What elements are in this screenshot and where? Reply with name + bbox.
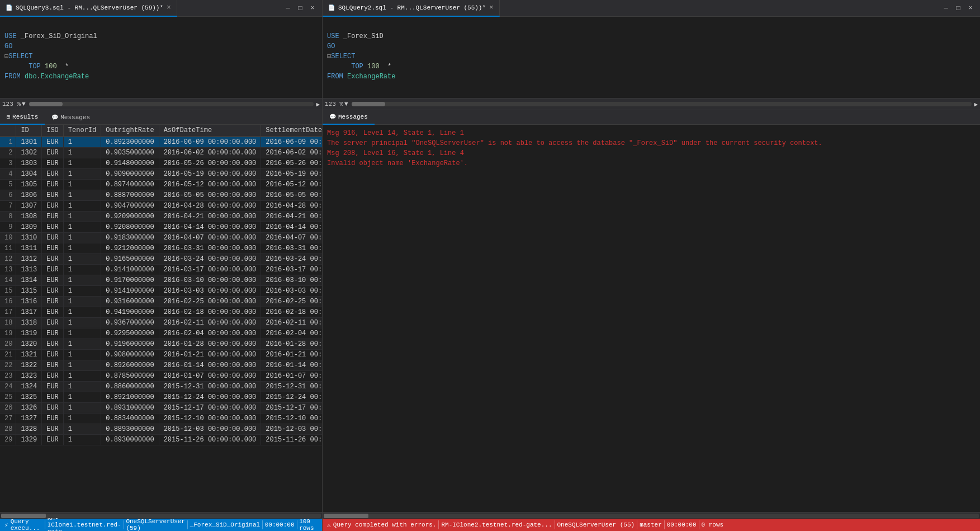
table-row[interactable]: 61306EUR10.88870000002016-05-05 00:00:00… [0,190,322,201]
left-tab-icon: 📄 [6,4,12,11]
table-row[interactable]: 241324EUR10.88600000002015-12-31 00:00:0… [0,382,322,392]
table-row[interactable]: 41304EUR10.90900000002016-05-19 00:00:00… [0,169,322,180]
table-row[interactable]: 221322EUR10.89260000002016-01-14 00:00:0… [0,360,322,371]
table-row[interactable]: 111311EUR10.92120000002016-03-31 00:00:0… [0,243,322,254]
cell-outrightrate: 0.9165000000 [101,254,159,265]
table-row[interactable]: 81308EUR10.92090000002016-04-21 00:00:00… [0,212,322,222]
right-bottom-track[interactable] [324,514,979,518]
col-outrightrate[interactable]: OutrightRate [101,125,159,137]
cell-iso: EUR [42,190,64,201]
table-row[interactable]: 21302EUR10.90350000002016-06-02 00:00:00… [0,148,322,158]
cell-tenorid: 1 [63,371,101,382]
left-close-btn[interactable]: × [307,3,318,13]
right-zoom-dropdown[interactable]: ▼ [344,101,348,107]
table-row[interactable]: 141314EUR10.91700000002016-03-10 00:00:0… [0,275,322,286]
right-tab-close[interactable]: × [489,3,494,12]
left-restore-btn[interactable]: □ [295,3,305,13]
message-line: Msg 916, Level 14, State 1, Line 1 [327,128,976,138]
col-tenorid[interactable]: TenorId [63,125,101,137]
table-row[interactable]: 201320EUR10.91960000002016-01-28 00:00:0… [0,339,322,350]
table-row[interactable]: 271327EUR10.88340000002015-12-10 00:00:0… [0,413,322,424]
left-tab-close[interactable]: × [167,3,171,12]
right-hscroll-track[interactable] [352,102,972,106]
left-scroll-row: 123 % ▼ ▶ [0,98,322,110]
status-div-5 [297,520,297,529]
cell-outrightrate: 0.8926000000 [101,360,159,371]
table-row[interactable]: 211321EUR10.90800000002016-01-21 00:00:0… [0,350,322,360]
cell-id: 1312 [16,254,42,265]
table-row[interactable]: 121312EUR10.91650000002016-03-24 00:00:0… [0,254,322,265]
table-row[interactable]: 161316EUR10.93160000002016-02-25 00:00:0… [0,297,322,307]
left-status-bar: ⚡ Query execu... RM-IClone1.testnet.red-… [0,519,322,531]
table-row[interactable]: 291329EUR10.89300000002015-11-26 00:00:0… [0,435,322,445]
cell-settlementdate: 2016-05-05 00:00:0 [261,190,322,201]
cell-asofdatetime: 2015-12-17 00:00:00.000 [159,403,261,413]
table-row[interactable]: 11301EUR10.89230000002016-06-09 00:00:00… [0,137,322,148]
cell-settlementdate: 2016-01-28 00:00:0 [261,339,322,350]
col-asofdatetime[interactable]: AsOfDateTime [159,125,261,137]
cell-settlementdate: 2016-02-11 00:00:0 [261,318,322,328]
cell-asofdatetime: 2016-06-02 00:00:00.000 [159,148,261,158]
left-tab-active[interactable]: 📄 SQLQuery3.sql - RM...QLServerUser (59)… [0,0,177,17]
left-editor-scroll: USE _Forex_SiD_Original GO ⊟SELECT TOP 1… [0,19,322,96]
right-scroll-right[interactable]: ▶ [974,101,978,108]
table-row[interactable]: 281328EUR10.88930000002015-12-03 00:00:0… [0,424,322,435]
col-iso[interactable]: ISO [42,125,64,137]
right-bottom-scroll[interactable] [323,512,980,519]
right-zoom[interactable]: 123 % [325,101,343,107]
table-row[interactable]: 131313EUR10.91410000002016-03-17 00:00:0… [0,265,322,275]
right-line-2: USE _Forex_SiD [327,31,976,41]
table-row[interactable]: 261326EUR10.89310000002015-12-17 00:00:0… [0,403,322,413]
cell-id: 1329 [16,435,42,445]
cell-id: 1322 [16,360,42,371]
table-row[interactable]: 171317EUR10.94190000002016-02-18 00:00:0… [0,307,322,318]
cell-asofdatetime: 2015-12-24 00:00:00.000 [159,392,261,403]
table-row[interactable]: 181318EUR10.93670000002016-02-11 00:00:0… [0,318,322,328]
left-table-container[interactable]: ID ISO TenorId OutrightRate AsOfDateTime… [0,125,322,512]
cell-settlementdate: 2016-02-25 00:00:0 [261,297,322,307]
cell-iso: EUR [42,318,64,328]
results-tab-results[interactable]: ⊞ Results [0,110,45,125]
right-restore-btn[interactable]: □ [953,3,963,13]
row-number: 19 [0,328,16,339]
left-hscroll-track[interactable] [29,102,314,106]
table-row[interactable]: 101310EUR10.91830000002016-04-07 00:00:0… [0,233,322,243]
right-close-btn[interactable]: × [965,3,976,13]
left-zoom-dropdown[interactable]: ▼ [22,101,26,107]
right-tab-active[interactable]: 📄 SQLQuery2.sql - RM...QLServerUser (55)… [323,0,500,17]
table-row[interactable]: 31303EUR10.91480000002016-05-26 00:00:00… [0,158,322,169]
left-minimize-btn[interactable]: — [283,3,293,13]
table-row[interactable]: 231323EUR10.87850000002016-01-07 00:00:0… [0,371,322,382]
results-tab-label: Results [12,114,38,120]
table-row[interactable]: 191319EUR10.92950000002016-02-04 00:00:0… [0,328,322,339]
cell-tenorid: 1 [63,158,101,169]
cell-settlementdate: 2016-01-14 00:00:0 [261,360,322,371]
col-settlementdate[interactable]: SettlementDate [261,125,322,137]
cell-id: 1324 [16,382,42,392]
right-messages-tab[interactable]: 💬 Messages [323,110,375,125]
cell-asofdatetime: 2016-01-07 00:00:00.000 [159,371,261,382]
left-scroll-right[interactable]: ▶ [316,101,320,108]
table-row[interactable]: 151315EUR10.91410000002016-03-03 00:00:0… [0,286,322,297]
left-bottom-track[interactable] [1,514,321,518]
right-minimize-btn[interactable]: — [941,3,951,13]
cell-tenorid: 1 [63,254,101,265]
right-editor[interactable]: USE _Forex_SiD GO ⊟SELECT TOP 100 * FROM… [323,17,980,98]
right-status-user: OneSQLServerUser (55) [557,521,635,528]
cell-tenorid: 1 [63,233,101,243]
left-zoom[interactable]: 123 % [2,101,21,107]
left-editor[interactable]: USE _Forex_SiD_Original GO ⊟SELECT TOP 1… [0,17,322,98]
right-status-server: RM-IClone2.testnet.red-gate... [441,521,552,528]
row-number: 22 [0,360,16,371]
left-bottom-scroll[interactable] [0,512,322,519]
table-row[interactable]: 71307EUR10.90470000002016-04-28 00:00:00… [0,201,322,212]
cell-tenorid: 1 [63,413,101,424]
col-id[interactable]: ID [16,125,42,137]
table-row[interactable]: 251325EUR10.89210000002015-12-24 00:00:0… [0,392,322,403]
cell-id: 1320 [16,339,42,350]
results-tab-messages[interactable]: 💬 Messages [45,110,97,125]
cell-iso: EUR [42,233,64,243]
table-row[interactable]: 51305EUR10.89740000002016-05-12 00:00:00… [0,180,322,190]
right-scroll-row: 123 % ▼ ▶ [323,98,980,110]
table-row[interactable]: 91309EUR10.92080000002016-04-14 00:00:00… [0,222,322,233]
